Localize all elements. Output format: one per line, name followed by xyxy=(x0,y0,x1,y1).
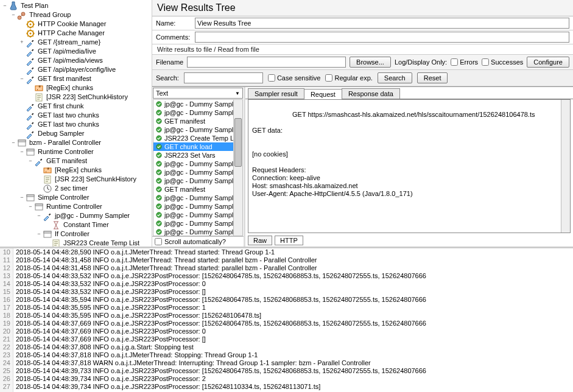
tree-item[interactable]: GET /api/media/views xyxy=(1,56,150,65)
tree-item[interactable]: .*[RegEx] chunks xyxy=(1,83,150,93)
name-input[interactable] xyxy=(195,18,569,29)
errors-checkbox[interactable] xyxy=(451,58,458,66)
expand-icon[interactable]: − xyxy=(10,10,17,19)
expand-icon[interactable]: + xyxy=(18,38,26,47)
result-item[interactable]: GET manifest xyxy=(153,117,233,125)
expand-icon[interactable]: − xyxy=(10,138,17,147)
result-item[interactable]: jp@gc - Dummy Sampler xyxy=(153,168,233,177)
tree-item[interactable]: −Runtime Controller xyxy=(1,202,150,211)
tree-item[interactable]: +GET /{stream_name} xyxy=(1,38,150,47)
scroll-icon xyxy=(43,175,52,184)
result-item[interactable]: JSR223 Create Temp List xyxy=(153,134,233,142)
tree-item[interactable]: Constant Timer xyxy=(1,220,150,229)
tree-item[interactable]: Debug Sampler xyxy=(1,129,150,138)
success-icon xyxy=(156,127,162,133)
tab-response-data[interactable]: Response data xyxy=(342,88,400,99)
success-icon xyxy=(156,169,162,175)
tree-item-label: GET last two chunks xyxy=(37,120,100,129)
tree-item[interactable]: [JSR 223] SetChunkHistory xyxy=(1,175,150,184)
expand-icon[interactable]: − xyxy=(18,147,26,156)
result-item[interactable]: jp@gc - Dummy Sampler xyxy=(153,177,233,185)
svg-rect-22 xyxy=(44,231,51,233)
tree-item[interactable]: GET /api/media/live xyxy=(1,47,150,56)
tab-sampler-result[interactable]: Sampler result xyxy=(248,88,304,99)
log-line: 2018-05-14 04:48:31,458 INFO o.a.j.t.JMe… xyxy=(16,256,573,264)
tab-request[interactable]: Request xyxy=(304,89,342,99)
tree-item[interactable]: 2 sec timer xyxy=(1,184,150,193)
dropper-icon xyxy=(26,57,35,65)
result-label: jp@gc - Dummy Sampler xyxy=(164,203,233,210)
tree-item-label: Simple Controller xyxy=(37,193,90,202)
tree-item[interactable]: GET /api/player/config/live xyxy=(1,65,150,74)
result-label: jp@gc - Dummy Sampler xyxy=(164,169,233,176)
configure-button[interactable]: Configure xyxy=(527,57,569,68)
tree-item[interactable]: −GET first manifest xyxy=(1,74,150,83)
expand-icon[interactable]: − xyxy=(27,156,34,166)
scroll-icon xyxy=(51,239,61,247)
result-item[interactable]: jp@gc - Dummy Sampler xyxy=(153,228,233,236)
http-toggle[interactable]: HTTP xyxy=(275,236,303,245)
tree-item[interactable]: −GET manifest xyxy=(1,156,150,166)
tree-item[interactable]: −Simple Controller xyxy=(1,193,150,202)
tree-item[interactable]: −Thread Group xyxy=(1,10,150,19)
expand-icon[interactable]: − xyxy=(18,74,26,83)
tree-item[interactable]: JSR223 Create Temp List xyxy=(1,239,150,247)
tree-item-label: jp@gc - Dummy Sampler xyxy=(54,211,131,220)
filename-input[interactable] xyxy=(187,57,346,68)
tree-item[interactable]: −jp@gc - Dummy Sampler xyxy=(1,211,150,220)
tree-item-label: [JSR 223] SetChunkHistory xyxy=(45,93,129,102)
expand-icon[interactable]: − xyxy=(27,202,34,211)
result-label: jp@gc - Dummy Sampler xyxy=(164,211,233,219)
gear-icon xyxy=(26,20,35,29)
expand-icon[interactable]: − xyxy=(18,193,26,202)
scrollbar[interactable] xyxy=(561,100,570,233)
result-item[interactable]: jp@gc - Dummy Sampler xyxy=(153,159,233,168)
search-input[interactable] xyxy=(184,72,263,83)
tree-item-label: GET first chunk xyxy=(37,102,85,111)
result-item[interactable]: jp@gc - Dummy Sampler xyxy=(153,125,233,134)
result-item[interactable]: GET manifest xyxy=(153,185,233,194)
result-label: jp@gc - Dummy Sampler xyxy=(164,177,233,184)
tree-item[interactable]: GET first chunk xyxy=(1,102,150,111)
scrollbar[interactable] xyxy=(233,100,242,236)
box-icon xyxy=(17,139,27,147)
expand-icon[interactable]: − xyxy=(35,211,43,220)
tree-item[interactable]: GET last two chunks xyxy=(1,111,150,120)
search-button[interactable]: Search xyxy=(378,72,412,83)
tree-item[interactable]: −bzm - Parallel Controller xyxy=(1,138,150,147)
tree-item[interactable]: GET last two chunks xyxy=(1,120,150,129)
successes-checkbox[interactable] xyxy=(482,58,489,66)
result-item[interactable]: jp@gc - Dummy Sampler xyxy=(153,202,233,211)
raw-toggle[interactable]: Raw xyxy=(248,236,272,245)
result-item[interactable]: jp@gc - Dummy Sampler xyxy=(153,194,233,202)
tree-item[interactable]: −Runtime Controller xyxy=(1,147,150,156)
result-item[interactable]: jp@gc - Dummy Sampler xyxy=(153,211,233,219)
result-item[interactable]: GET chunk load xyxy=(153,142,233,151)
tree-item[interactable]: HTTP Cache Manager xyxy=(1,29,150,38)
result-label: jp@gc - Dummy Sampler xyxy=(164,220,233,227)
tree-item[interactable]: −If Controller xyxy=(1,229,150,239)
log-line: 2018-05-14 04:48:35,595 INFO o.a.j.e.JSR… xyxy=(16,304,573,312)
tree-item[interactable]: [JSR 223] SetChunkHistory xyxy=(1,93,150,102)
case-sensitive-checkbox[interactable] xyxy=(268,74,275,82)
reset-button[interactable]: Reset xyxy=(417,72,448,83)
log-line: 2018-05-14 04:48:37,669 INFO o.a.j.e.JSR… xyxy=(16,335,573,343)
success-icon xyxy=(156,203,162,209)
result-item[interactable]: jp@gc - Dummy Sampler xyxy=(153,108,233,117)
result-item[interactable]: jp@gc - Dummy Sampler xyxy=(153,100,233,108)
expand-icon[interactable]: − xyxy=(1,1,9,10)
result-item[interactable]: JSR223 Set Vars xyxy=(153,151,233,159)
comments-input[interactable] xyxy=(195,32,569,43)
result-item[interactable]: jp@gc - Dummy Sampler xyxy=(153,219,233,228)
tree-root[interactable]: − Test Plan xyxy=(1,1,150,10)
success-icon xyxy=(156,144,162,150)
scroll-auto-checkbox[interactable] xyxy=(155,238,162,245)
tree-item[interactable]: .*[RegEx] chunks xyxy=(1,166,150,175)
expand-icon[interactable]: − xyxy=(35,229,43,239)
tree-item[interactable]: HTTP Cookie Manager xyxy=(1,19,150,29)
renderer-dropdown[interactable]: Text ▼ xyxy=(153,88,243,99)
results-list: jp@gc - Dummy Samplerjp@gc - Dummy Sampl… xyxy=(153,99,243,236)
regex-checkbox[interactable] xyxy=(325,74,332,82)
browse-button[interactable]: Browse... xyxy=(350,57,391,68)
tree-item-label: GET /api/media/views xyxy=(37,56,104,65)
